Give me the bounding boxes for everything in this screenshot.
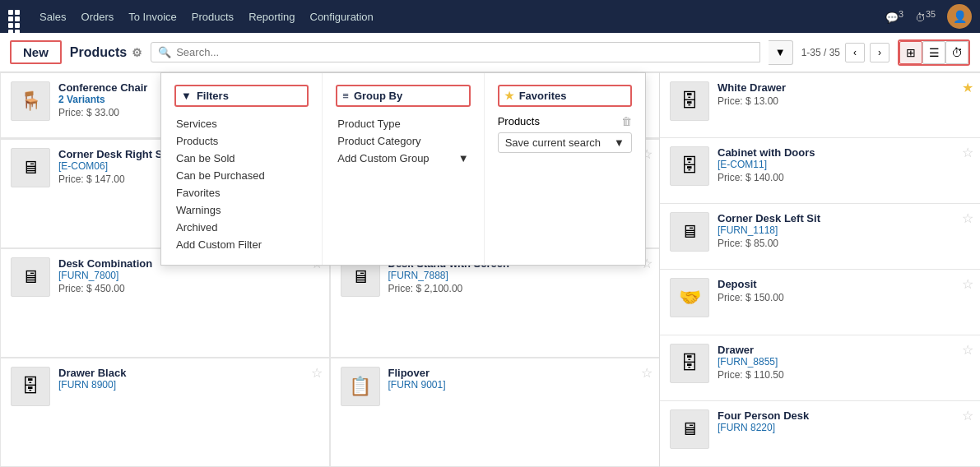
- filter-favorites[interactable]: Favorites: [174, 184, 309, 201]
- nav-right: 💬3 ⏱35 👤: [885, 4, 972, 29]
- settings-gear-icon[interactable]: ⚙: [132, 46, 142, 59]
- filter-archived[interactable]: Archived: [174, 219, 309, 236]
- nav-configuration[interactable]: Configuration: [310, 11, 374, 23]
- search-input[interactable]: [176, 46, 753, 58]
- product-thumb: 🖥: [670, 212, 709, 252]
- star-button[interactable]: ☆: [962, 342, 973, 358]
- product-card-drawer-black[interactable]: ☆ 🗄 Drawer Black [FURN 8900]: [0, 358, 330, 467]
- product-thumb: 🗄: [670, 81, 709, 121]
- product-info: Conference Chair 2 Variants Price: $ 33.…: [58, 81, 147, 118]
- product-name: Flipover: [388, 367, 446, 379]
- star-button[interactable]: ☆: [641, 365, 653, 381]
- pagination-next[interactable]: ›: [870, 43, 889, 62]
- product-card-corner-desk-left[interactable]: ☆ 🖥 Corner Desk Left Sit [FURN_1118] Pri…: [660, 204, 980, 270]
- groupby-product-type[interactable]: Product Type: [336, 115, 470, 132]
- product-thumb: 🖥: [11, 148, 50, 187]
- product-card-deposit[interactable]: ☆ 🤝 Deposit Price: $ 150.00: [660, 270, 980, 335]
- filters-column: ▼ Filters Services Products Can be Sold …: [161, 73, 323, 265]
- product-info: Four Person Desk [FURN 8220]: [718, 409, 809, 433]
- nav-reporting[interactable]: Reporting: [248, 11, 295, 23]
- groupby-add-custom[interactable]: Add Custom Group▼: [336, 150, 470, 167]
- product-name: Drawer: [718, 344, 784, 356]
- product-name: Drawer Black: [58, 367, 126, 379]
- product-card-four-person-desk[interactable]: ☆ 🖥 Four Person Desk [FURN 8220]: [660, 401, 980, 467]
- product-info: White Drawer Price: $ 13.00: [718, 81, 786, 107]
- product-card-cabinet-doors[interactable]: ☆ 🗄 Cabinet with Doors [E-COM11] Price: …: [660, 138, 980, 204]
- product-name: Corner Desk Left Sit: [718, 212, 820, 224]
- filter-add-custom[interactable]: Add Custom Filter: [174, 236, 309, 253]
- product-info: Cabinet with Doors [E-COM11] Price: $ 14…: [718, 146, 815, 183]
- filter-can-be-sold[interactable]: Can be Sold: [174, 150, 309, 167]
- product-info: Deposit Price: $ 150.00: [718, 278, 784, 303]
- filter-warnings[interactable]: Warnings: [174, 201, 309, 219]
- app-grid-icon[interactable]: [8, 10, 21, 23]
- product-thumb: 🪑: [11, 81, 50, 121]
- nav-sales[interactable]: Sales: [39, 11, 67, 23]
- product-name: Desk Combination: [58, 257, 152, 270]
- star-button[interactable]: ★: [962, 80, 973, 95]
- nav-orders[interactable]: Orders: [81, 11, 114, 23]
- product-code: [E-COM06]: [58, 160, 169, 172]
- product-price: Price: $ 33.00: [58, 107, 147, 118]
- page-title: Products: [70, 45, 127, 60]
- nav-links: Sales Orders To Invoice Products Reporti…: [39, 11, 374, 23]
- filter-products[interactable]: Products: [174, 132, 309, 150]
- product-thumb: 🤝: [670, 278, 709, 317]
- groupby-column: ≡ Group By Product Type Product Category…: [323, 73, 484, 265]
- product-thumb: 🖥: [670, 409, 709, 449]
- search-dropdown-button[interactable]: ▼: [769, 40, 793, 65]
- nav-to-invoice[interactable]: To Invoice: [128, 11, 177, 23]
- product-card-white-drawer[interactable]: ★ 🗄 White Drawer Price: $ 13.00: [660, 72, 980, 138]
- groupby-label: Group By: [354, 90, 402, 102]
- chat-icon[interactable]: 💬3: [885, 9, 903, 24]
- product-price: Price: $ 13.00: [718, 95, 786, 107]
- product-info: Drawer Black [FURN 8900]: [58, 367, 126, 391]
- trash-icon[interactable]: 🗑: [621, 115, 632, 127]
- pagination: 1-35 / 35 ‹ ›: [801, 43, 889, 62]
- favorites-products-label[interactable]: Products: [498, 115, 616, 127]
- product-code: [FURN_1118]: [718, 224, 820, 236]
- filters-label: Filters: [197, 90, 229, 102]
- filter-icon: ▼: [181, 90, 192, 102]
- product-price: Price: $ 150.00: [718, 292, 784, 303]
- product-code: [FURN 9001]: [388, 379, 446, 391]
- star-button[interactable]: ☆: [962, 408, 973, 423]
- star-button[interactable]: ☆: [962, 145, 973, 160]
- product-thumb: 🗄: [670, 146, 709, 186]
- new-button[interactable]: New: [10, 40, 62, 64]
- kanban-view-button[interactable]: ⊞: [899, 41, 922, 64]
- product-card-flipover[interactable]: ☆ 📋 Flipover [FURN 9001]: [330, 358, 660, 467]
- chevron-down-icon: ▼: [614, 136, 625, 149]
- product-thumb: 🗄: [11, 367, 50, 406]
- product-price: Price: $ 450.00: [58, 283, 152, 294]
- filter-can-be-purchased[interactable]: Can be Purchased: [174, 167, 309, 184]
- star-button[interactable]: ☆: [962, 210, 973, 226]
- filter-services[interactable]: Services: [174, 115, 309, 132]
- list-view-button[interactable]: ☰: [922, 41, 945, 64]
- product-info: Desk Combination [FURN_7800] Price: $ 45…: [58, 257, 152, 294]
- product-name: Four Person Desk: [718, 409, 809, 422]
- favorites-column: ★ Favorites Products 🗑 Save current sear…: [485, 73, 645, 265]
- product-thumb: 🗄: [670, 344, 709, 383]
- product-info: Drawer [FURN_8855] Price: $ 110.50: [718, 344, 784, 381]
- clock-view-button[interactable]: ⏱: [945, 41, 968, 64]
- product-card-drawer[interactable]: ☆ 🗄 Drawer [FURN_8855] Price: $ 110.50: [660, 335, 980, 401]
- star-button[interactable]: ☆: [962, 276, 973, 292]
- product-code: [FURN_7800]: [58, 270, 152, 281]
- user-avatar[interactable]: 👤: [947, 4, 972, 29]
- product-thumb: 📋: [341, 367, 380, 406]
- product-info: Corner Desk Right Sit [E-COM06] Price: $…: [58, 148, 169, 185]
- nav-products[interactable]: Products: [192, 11, 234, 23]
- top-navigation: Sales Orders To Invoice Products Reporti…: [0, 0, 980, 33]
- filters-header: ▼ Filters: [174, 85, 309, 107]
- product-price: Price: $ 110.50: [718, 369, 784, 381]
- product-code: [FURN 8220]: [718, 422, 809, 433]
- page-title-area: Products ⚙: [70, 45, 142, 60]
- search-bar[interactable]: 🔍: [151, 42, 760, 62]
- favorites-label: Favorites: [519, 90, 567, 102]
- pagination-prev[interactable]: ‹: [845, 43, 865, 62]
- star-button[interactable]: ☆: [311, 365, 323, 381]
- groupby-product-category[interactable]: Product Category: [336, 132, 470, 150]
- save-current-search-button[interactable]: Save current search ▼: [498, 132, 632, 153]
- timer-icon[interactable]: ⏱35: [915, 9, 936, 24]
